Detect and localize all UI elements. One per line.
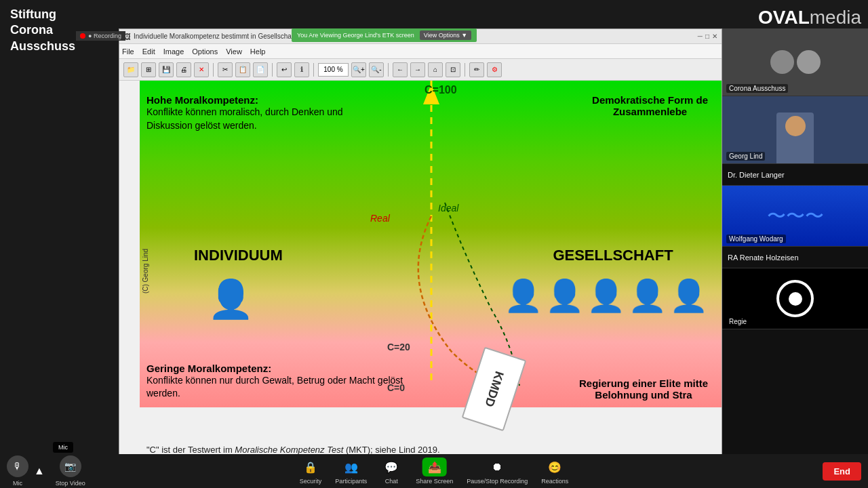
reactions-button[interactable]: 😊 Reactions: [541, 458, 568, 485]
toolbar-separator-4: [388, 63, 389, 77]
chat-button[interactable]: 💬 Chat: [380, 458, 402, 485]
hohe-body: Konflikte können moralisch, durch Denken…: [146, 106, 391, 132]
participant-name-dr-langer: Dr. Dieter Langer: [728, 171, 785, 179]
delete-button[interactable]: ✕: [194, 62, 209, 77]
gesellschaft-text: GESELLSCHAFT: [525, 247, 701, 264]
video-feed-georg: Georg Lind: [722, 96, 868, 164]
app-window: 🖼 Individuelle Moralkompetenz bestimmt i…: [119, 28, 722, 462]
hohe-section: Hohe Moralkompetenz: Konflikte können mo…: [146, 94, 391, 132]
open-button[interactable]: 📁: [123, 62, 138, 77]
slide-area: C=100 Hohe Moralkompetenz: Konflikte kön…: [119, 81, 722, 462]
toolbar: 📁 ⊞ 💾 🖨 ✕ ✂ 📋 📄 ↩ ℹ 100 % 🔍+ 🔍- ← → ⌂ ⊡ …: [119, 59, 722, 81]
person-single: 👤: [208, 281, 254, 318]
reactions-label: Reactions: [541, 478, 568, 485]
feed-name-georg: Georg Lind: [726, 152, 765, 161]
persons-group: 👤 👤 👤 👤 👤: [504, 277, 708, 314]
mic-label: Mic: [13, 480, 22, 487]
chat-label: Chat: [385, 478, 398, 485]
cut-button[interactable]: ✂: [218, 62, 233, 77]
notification-bar: You Are Viewing George Lind's ETK screen…: [292, 28, 477, 42]
toolbar-separator-2: [272, 63, 273, 77]
zoom-right-controls: End: [823, 462, 861, 481]
geringe-section: Geringe Moralkompetenz: Konflikte können…: [146, 363, 404, 401]
menu-edit[interactable]: Edit: [142, 47, 155, 56]
end-nav-button[interactable]: ⊡: [446, 62, 460, 77]
participant-renate: RA Renate Holzeisen: [722, 247, 868, 268]
menu-file[interactable]: File: [122, 47, 134, 56]
window-controls[interactable]: ─ □ ✕: [698, 33, 717, 40]
ideal-label: Ideal: [438, 203, 458, 214]
record-label: Pause/Stop Recording: [467, 478, 528, 485]
audio-tooltip: Mic: [53, 442, 73, 453]
info-button[interactable]: ℹ: [294, 62, 309, 77]
zoom-input[interactable]: 100 %: [318, 63, 349, 77]
menu-options[interactable]: Options: [192, 47, 218, 56]
undo-button[interactable]: ↩: [277, 62, 292, 77]
hohe-title: Hohe Moralkompetenz:: [146, 94, 391, 106]
stop-video-button[interactable]: 📷 Stop Video: [56, 455, 85, 487]
recording-indicator: ● Recording: [76, 31, 125, 41]
maximize-btn[interactable]: □: [705, 33, 709, 40]
zoom-in-button[interactable]: 🔍+: [351, 62, 366, 77]
print-button[interactable]: 🖨: [176, 62, 191, 77]
feed-name-corona: Corona Ausschuss: [726, 84, 788, 93]
share-screen-button[interactable]: 📤 Share Screen: [416, 458, 453, 485]
video-icon: 📷: [60, 455, 81, 477]
share-screen-label: Share Screen: [416, 478, 453, 485]
view-options-button[interactable]: View Options ▼: [420, 30, 471, 40]
save-button[interactable]: 💾: [159, 62, 174, 77]
end-button[interactable]: End: [823, 462, 861, 481]
copy-button[interactable]: 📋: [235, 62, 250, 77]
edit-tool-button[interactable]: ✏: [469, 62, 484, 77]
home-button[interactable]: ⌂: [428, 62, 443, 77]
menu-bar: File Edit Image Options View Help: [119, 44, 722, 59]
prev-button[interactable]: ←: [393, 62, 408, 77]
participants-button[interactable]: 👥 Participants: [335, 458, 367, 485]
regierung-section: Regierung einer Elite mitte Belohnung un…: [579, 378, 708, 401]
demo-body: Zusammenlebe: [592, 106, 708, 117]
paste-button[interactable]: 📄: [253, 62, 268, 77]
participant-dr-langer: Dr. Dieter Langer: [722, 164, 868, 186]
feed-name-regie: Regie: [726, 317, 749, 326]
menu-help[interactable]: Help: [250, 47, 266, 56]
minimize-btn[interactable]: ─: [698, 33, 703, 40]
stiftung-branding: Stiftung Corona Ausschuss: [10, 7, 75, 54]
oval-media-branding: OVALmedia: [758, 7, 861, 28]
individuum-text: INDIVIDUUM: [194, 247, 283, 264]
regierung-body: Belohnung und Stra: [579, 389, 708, 401]
regierung-title: Regierung einer Elite mitte: [579, 378, 708, 389]
security-button[interactable]: 🔒 Security: [300, 458, 322, 485]
c100-label: C=100: [425, 84, 457, 96]
stop-video-label: Stop Video: [56, 480, 85, 487]
zoom-left-controls: 🎙 Mic ▲ 📷 Stop Video: [7, 455, 85, 487]
mic-icon: 🎙: [7, 455, 28, 477]
real-label: Real: [370, 213, 390, 224]
video-feed-wolfgang: 〜〜〜 Wolfgang Wodarg: [722, 186, 868, 247]
participant-name-renate: RA Renate Holzeisen: [728, 253, 799, 262]
c20-label: C=20: [387, 342, 410, 352]
menu-view[interactable]: View: [226, 47, 242, 56]
close-btn[interactable]: ✕: [712, 33, 717, 40]
participants-icon: 👥: [340, 458, 362, 476]
security-label: Security: [300, 478, 322, 485]
copyright-text: (C) Georg Lind: [142, 249, 149, 293]
geringe-title: Geringe Moralkompetenz:: [146, 363, 404, 374]
zoom-center-controls: 🔒 Security 👥 Participants 💬 Chat 📤 Share…: [300, 458, 569, 485]
toolbar-separator-5: [465, 63, 465, 77]
participants-label: Participants: [335, 478, 367, 485]
record-button[interactable]: ⏺ Pause/Stop Recording: [467, 458, 528, 485]
share-screen-icon: 📤: [422, 458, 447, 476]
settings-button[interactable]: ⚙: [487, 62, 502, 77]
demo-title: Demokratische Form de: [592, 94, 708, 106]
mic-caret[interactable]: ▲: [34, 465, 45, 477]
zoom-out-button[interactable]: 🔍-: [369, 62, 384, 77]
video-feed-corona: Corona Ausschuss: [722, 28, 868, 96]
chat-icon: 💬: [380, 458, 402, 476]
mic-button[interactable]: 🎙 Mic: [7, 455, 28, 487]
security-icon: 🔒: [300, 458, 321, 476]
feed-name-wolfgang: Wolfgang Wodarg: [726, 235, 786, 243]
menu-image[interactable]: Image: [163, 47, 184, 56]
reactions-icon: 😊: [544, 458, 566, 476]
thumbnail-button[interactable]: ⊞: [141, 62, 156, 77]
next-button[interactable]: →: [410, 62, 425, 77]
